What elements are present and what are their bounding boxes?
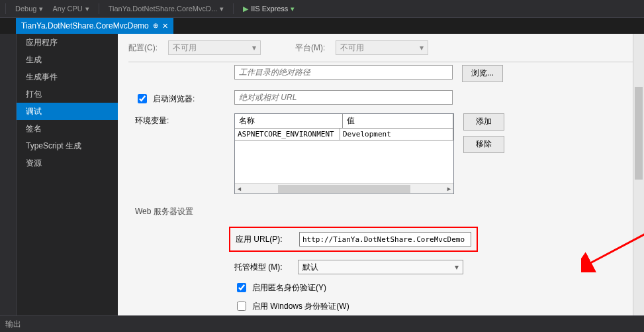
env-row[interactable]: ASPNETCORE_ENVIRONMENT Development — [235, 129, 453, 140]
host-model-select[interactable]: 默认 ▾ — [298, 260, 463, 274]
config-combo[interactable]: 不可用▾ — [168, 40, 261, 55]
startup-project-dropdown[interactable]: TianYa.DotNetShare.CoreMvcD...▾ — [109, 5, 224, 13]
app-url-label: 应用 URL(P): — [236, 234, 299, 245]
settings-content: 配置(C): 不可用▾ 平台(M): 不可用▾ 工作目录: 浏览... — [118, 34, 644, 315]
anon-auth-checkbox[interactable]: 启用匿名身份验证(Y) — [234, 281, 326, 294]
env-label: 环境变量: — [135, 113, 234, 127]
scroll-thumb[interactable] — [278, 185, 410, 193]
debug-config-dropdown[interactable]: Debug▾ — [15, 5, 43, 13]
env-head-value[interactable]: 值 — [343, 114, 453, 129]
chevron-down-icon: ▾ — [252, 43, 256, 52]
remove-button[interactable]: 移除 — [463, 136, 504, 153]
sidebar-item-debug[interactable]: 调试 — [17, 103, 118, 120]
sidebar-item-build[interactable]: 生成 — [17, 51, 118, 68]
left-tool-rail[interactable] — [0, 34, 17, 315]
config-label: 配置(C): — [128, 42, 158, 54]
platform-dropdown[interactable]: Any CPU▾ — [52, 5, 89, 13]
output-label: 输出 — [5, 319, 21, 330]
content-vscrollbar[interactable] — [633, 34, 644, 315]
app-url-input[interactable] — [299, 232, 471, 247]
document-tab-bar: TianYa.DotNetShare.CoreMvcDemo ⊕ ✕ — [0, 18, 644, 34]
app-url-highlight: 应用 URL(P): — [229, 227, 478, 252]
win-auth-checkbox[interactable]: 启用 Windows 身份验证(W) — [234, 300, 349, 313]
add-button[interactable]: 添加 — [463, 113, 504, 131]
env-hscrollbar[interactable]: ◄ ► — [235, 183, 453, 194]
launch-browser-url-input[interactable] — [234, 90, 453, 105]
project-settings-sidebar: 应用程序 生成 生成事件 打包 调试 签名 TypeScript 生成 资源 — [17, 34, 118, 315]
chevron-down-icon: ▾ — [455, 262, 459, 272]
tab-title: TianYa.DotNetShare.CoreMvcDemo — [21, 18, 149, 34]
sidebar-item-build-events[interactable]: 生成事件 — [17, 68, 118, 85]
chevron-down-icon: ▾ — [85, 5, 89, 13]
env-head-name[interactable]: 名称 — [235, 114, 343, 129]
platform-combo[interactable]: 不可用▾ — [336, 40, 428, 55]
run-button[interactable]: ▶ IIS Express ▾ — [243, 5, 295, 13]
pin-icon[interactable]: ⊕ — [153, 18, 158, 34]
sidebar-item-typescript[interactable]: TypeScript 生成 — [17, 137, 118, 154]
chevron-down-icon: ▾ — [291, 5, 295, 13]
browse-button[interactable]: 浏览... — [462, 65, 503, 82]
scroll-left-icon[interactable]: ◄ — [236, 186, 242, 192]
sidebar-item-resources[interactable]: 资源 — [17, 154, 118, 172]
chevron-down-icon: ▾ — [420, 43, 424, 52]
web-server-section-title: Web 服务器设置 — [135, 206, 633, 217]
sidebar-item-application[interactable]: 应用程序 — [17, 34, 118, 51]
top-toolbar: Debug▾ Any CPU▾ TianYa.DotNetShare.CoreM… — [0, 0, 644, 18]
env-table[interactable]: 名称 值 ASPNETCORE_ENVIRONMENT Development … — [234, 113, 454, 194]
workdir-input[interactable] — [234, 65, 453, 80]
close-icon[interactable]: ✕ — [162, 18, 168, 34]
output-panel-header[interactable]: 输出 — [0, 315, 644, 332]
chevron-down-icon: ▾ — [39, 5, 43, 13]
scroll-right-icon[interactable]: ► — [446, 186, 452, 192]
sidebar-item-signing[interactable]: 签名 — [17, 120, 118, 137]
chevron-down-icon: ▾ — [220, 5, 224, 13]
launch-browser-checkbox[interactable]: 启动浏览器: — [135, 92, 195, 105]
sidebar-item-package[interactable]: 打包 — [17, 85, 118, 103]
host-model-label: 托管模型 (M): — [234, 262, 298, 273]
platform-label: 平台(M): — [295, 42, 325, 54]
scroll-thumb[interactable] — [635, 87, 643, 180]
document-tab[interactable]: TianYa.DotNetShare.CoreMvcDemo ⊕ ✕ — [16, 18, 173, 34]
